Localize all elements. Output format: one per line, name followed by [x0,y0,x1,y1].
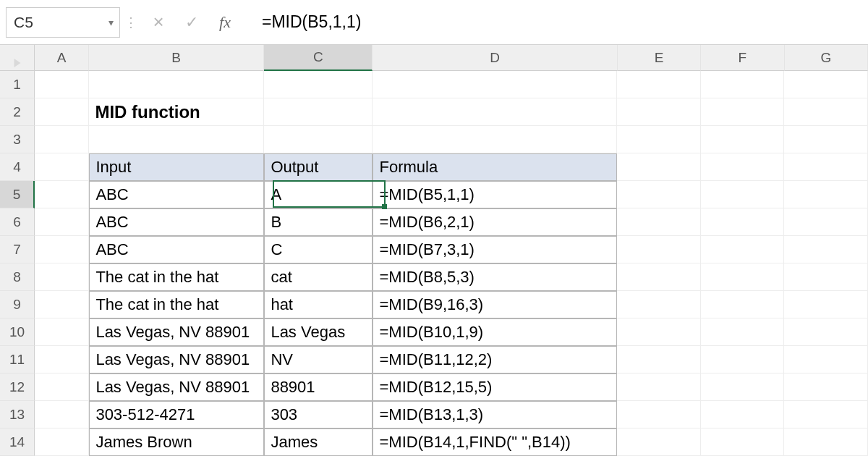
cell-G7[interactable] [784,236,868,263]
cell-D14[interactable]: =MID(B14,1,FIND(" ",B14)) [373,428,617,456]
cell-A14[interactable] [35,428,89,456]
row-header-13[interactable]: 13 [0,401,35,428]
cell-F10[interactable] [701,318,785,346]
cell-G6[interactable] [784,208,868,236]
cell-D7[interactable]: =MID(B7,3,1) [373,236,617,263]
cell-D2[interactable] [373,98,617,126]
cells-area[interactable]: MID functionInputOutputFormulaABCA=MID(B… [35,71,868,456]
cell-G3[interactable] [784,126,868,153]
cell-B8[interactable]: The cat in the hat [89,263,264,291]
cell-B14[interactable]: James Brown [89,428,264,456]
cell-F14[interactable] [701,428,785,456]
cell-D4[interactable]: Formula [373,153,617,181]
cell-A1[interactable] [35,71,89,98]
cell-B9[interactable]: The cat in the hat [89,291,264,318]
cell-D9[interactable]: =MID(B9,16,3) [373,291,617,318]
row-header-2[interactable]: 2 [0,98,35,126]
cell-C8[interactable]: cat [264,263,373,291]
cell-D8[interactable]: =MID(B8,5,3) [373,263,617,291]
enter-button[interactable]: ✓ [175,13,208,32]
cell-F1[interactable] [701,71,785,98]
cell-A11[interactable] [35,346,89,373]
row-header-9[interactable]: 9 [0,291,35,318]
cell-F12[interactable] [701,373,785,401]
cell-E3[interactable] [617,126,701,153]
cell-B10[interactable]: Las Vegas, NV 88901 [89,318,264,346]
cell-E7[interactable] [617,236,701,263]
column-header-G[interactable]: G [785,45,868,71]
row-header-14[interactable]: 14 [0,428,35,456]
row-header-6[interactable]: 6 [0,208,35,236]
formula-input[interactable]: =MID(B5,1,1) [242,12,868,32]
cell-D10[interactable]: =MID(B10,1,9) [373,318,617,346]
cell-C14[interactable]: James [264,428,373,456]
cell-F6[interactable] [701,208,785,236]
row-header-12[interactable]: 12 [0,373,35,401]
cell-D1[interactable] [373,71,617,98]
cell-A12[interactable] [35,373,89,401]
cell-A6[interactable] [35,208,89,236]
cell-G11[interactable] [784,346,868,373]
cell-E2[interactable] [617,98,701,126]
cell-A8[interactable] [35,263,89,291]
row-header-10[interactable]: 10 [0,318,35,346]
cell-G14[interactable] [784,428,868,456]
column-header-D[interactable]: D [373,45,617,71]
cell-D3[interactable] [373,126,617,153]
cell-A2[interactable] [35,98,89,126]
cell-F2[interactable] [701,98,785,126]
cell-F8[interactable] [701,263,785,291]
cell-A13[interactable] [35,401,89,428]
cell-F13[interactable] [701,401,785,428]
select-all-button[interactable] [0,45,35,71]
cell-E8[interactable] [617,263,701,291]
row-header-5[interactable]: 5 [0,181,35,208]
cell-B12[interactable]: Las Vegas, NV 88901 [89,373,264,401]
name-box[interactable]: C5 ▾ [6,7,120,38]
fx-button[interactable]: fx [208,13,242,32]
cell-E14[interactable] [617,428,701,456]
cell-G8[interactable] [784,263,868,291]
cancel-button[interactable]: × [142,11,175,33]
cell-A10[interactable] [35,318,89,346]
cell-E4[interactable] [617,153,701,181]
cell-B6[interactable]: ABC [89,208,264,236]
cell-A5[interactable] [35,181,89,208]
cell-G13[interactable] [784,401,868,428]
column-header-B[interactable]: B [89,45,264,71]
cell-C13[interactable]: 303 [264,401,373,428]
cell-D11[interactable]: =MID(B11,12,2) [373,346,617,373]
cell-D5[interactable]: =MID(B5,1,1) [373,181,617,208]
cell-E6[interactable] [617,208,701,236]
cell-E12[interactable] [617,373,701,401]
cell-B5[interactable]: ABC [89,181,264,208]
cell-F9[interactable] [701,291,785,318]
cell-F4[interactable] [701,153,785,181]
cell-C9[interactable]: hat [264,291,373,318]
cell-G2[interactable] [784,98,868,126]
cell-D13[interactable]: =MID(B13,1,3) [373,401,617,428]
cell-C10[interactable]: Las Vegas [264,318,373,346]
cell-G10[interactable] [784,318,868,346]
row-header-7[interactable]: 7 [0,236,35,263]
cell-E9[interactable] [617,291,701,318]
cell-B11[interactable]: Las Vegas, NV 88901 [89,346,264,373]
column-header-C[interactable]: C [264,45,373,71]
cell-G1[interactable] [784,71,868,98]
cell-B7[interactable]: ABC [89,236,264,263]
cell-G5[interactable] [784,181,868,208]
cell-C12[interactable]: 88901 [264,373,373,401]
cell-E5[interactable] [617,181,701,208]
cell-C7[interactable]: C [264,236,373,263]
column-header-A[interactable]: A [35,45,89,71]
row-header-3[interactable]: 3 [0,126,35,153]
column-header-E[interactable]: E [618,45,701,71]
cell-B13[interactable]: 303-512-4271 [89,401,264,428]
cell-G12[interactable] [784,373,868,401]
cell-D12[interactable]: =MID(B12,15,5) [373,373,617,401]
cell-A4[interactable] [35,153,89,181]
cell-E13[interactable] [617,401,701,428]
column-header-F[interactable]: F [701,45,784,71]
cell-E10[interactable] [617,318,701,346]
cell-F11[interactable] [701,346,785,373]
